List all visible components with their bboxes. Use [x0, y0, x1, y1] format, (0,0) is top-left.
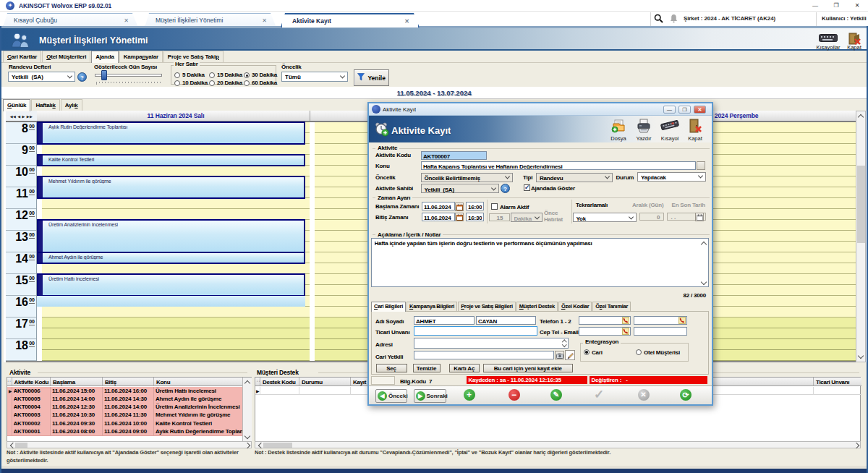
activity-row[interactable]: AKT0000111.06.2024 08:0011.06.2024 09:00… — [7, 427, 242, 436]
ajandada-goster-checkbox[interactable] — [524, 184, 530, 191]
dialog-minimize-button[interactable]: — — [663, 106, 676, 114]
tipi-select[interactable]: Randevu — [536, 173, 613, 182]
phone-icon[interactable] — [622, 328, 629, 335]
module-tab-otel-m-terileri[interactable]: Otel Müşterileri — [42, 51, 90, 62]
action-button-1[interactable]: Seç — [376, 364, 407, 373]
activity-col-2[interactable]: Başlama — [50, 378, 103, 385]
cari-yetkili-field[interactable] — [414, 351, 554, 359]
calendar-vscrollbar[interactable] — [856, 111, 866, 362]
document-tab-1[interactable]: Kısayol Çubuğu✕ — [3, 13, 138, 27]
calendar-event[interactable]: Mehmet Yıldırım ile görüşme — [37, 176, 305, 199]
dialog-tool-k-sayol[interactable]: Kısayol — [659, 119, 681, 142]
action-button-2[interactable]: Temizle — [413, 364, 441, 373]
dialog-tab-1[interactable]: Cari Bilgileri — [371, 302, 406, 312]
calendar-nav-cell[interactable]: ◀◀ ◀ ▶ ▶▶ — [6, 111, 37, 122]
alarm-unit-select[interactable]: Dakika — [511, 213, 542, 222]
tab-close-icon[interactable]: ✕ — [404, 14, 409, 28]
calendar-tab-1[interactable]: Günlük — [3, 99, 30, 111]
action-button-4[interactable]: Bu cari için yeni kayıt ekle — [483, 364, 573, 373]
bitis-date-field[interactable]: 11.06.2024 — [422, 213, 455, 221]
radio-15-dakika[interactable] — [209, 72, 215, 78]
dialog-tool-dosya[interactable]: Dosya — [608, 119, 629, 142]
adi-field[interactable]: AHMET — [414, 316, 475, 325]
alarm-aktif-checkbox[interactable] — [491, 203, 498, 210]
radio-60-dakika[interactable] — [244, 80, 250, 86]
radio-20-dakika[interactable] — [209, 80, 215, 86]
activity-col-1[interactable]: Aktivite Kodu — [12, 378, 51, 385]
calendar-nav-arrows[interactable]: ◀◀ ◀ ▶ ▶▶ — [10, 114, 33, 119]
selected-slot[interactable] — [37, 296, 305, 307]
soyadi-field[interactable]: CAYAN — [476, 316, 537, 325]
aktivite-kodu-field[interactable]: AKT00007 — [421, 151, 487, 160]
baslama-time-field[interactable]: 16:00 — [466, 202, 484, 210]
time-slot[interactable] — [42, 144, 310, 155]
dialog-close-button[interactable]: ✕ — [694, 106, 706, 114]
calendar-event[interactable]: Ahmet Aydın ile görüşme — [37, 252, 305, 264]
radio-5-dakika[interactable] — [174, 72, 180, 78]
dialog-tab-5[interactable]: Özel Kodlar — [558, 302, 592, 311]
dialog-help-button[interactable]: ? — [501, 184, 510, 193]
add-record-button[interactable]: + — [464, 389, 475, 401]
time-slot[interactable] — [42, 307, 310, 318]
module-tab-ajanda[interactable]: Ajanda — [91, 51, 118, 63]
scroll-down-button[interactable] — [856, 351, 865, 362]
support-col-1[interactable]: Destek Kodu — [260, 378, 299, 385]
photo-button[interactable] — [555, 351, 564, 360]
calendar-event[interactable]: Aylık Rutin Değerlendirme Toplantısı — [37, 122, 305, 145]
aciklama-textarea[interactable]: Hafta içinde yapılan tüm işlerin doğru t… — [371, 238, 709, 288]
calendar-event[interactable]: Üretim Analizlerinin İncelenmesi — [37, 219, 305, 253]
ticari-unvani-field[interactable] — [414, 326, 538, 336]
scroll-down-button[interactable] — [243, 432, 252, 440]
dialog-tab-2[interactable]: Kampanya Bilgileri — [407, 302, 457, 311]
dialog-tab-3[interactable]: Proje ve Satış Bilgileri — [458, 302, 516, 311]
calendar-picker-button[interactable] — [455, 213, 464, 221]
support-hscrollbar[interactable] — [255, 441, 861, 448]
oncelik-select[interactable]: Öncelik Belirtilmemiş — [421, 173, 513, 182]
activity-vscrollbar[interactable] — [242, 378, 252, 442]
calendar-tab-2[interactable]: Haftalık — [31, 99, 59, 111]
time-slot[interactable] — [42, 263, 310, 274]
action-button-3[interactable]: Kartı Aç — [449, 364, 480, 373]
telefon2-field[interactable] — [634, 316, 688, 325]
phone-icon[interactable] — [622, 317, 629, 324]
time-slot[interactable] — [42, 328, 310, 339]
scroll-thumb[interactable] — [263, 443, 292, 448]
delete-record-button[interactable]: − — [509, 389, 520, 401]
adres-spin-down[interactable] — [562, 343, 567, 347]
time-slot[interactable] — [42, 318, 310, 328]
dialog-maximize-button[interactable]: ❐ — [678, 106, 691, 114]
notification-bell-icon[interactable] — [670, 14, 678, 23]
scroll-up-button[interactable] — [856, 111, 865, 122]
cari-radio[interactable] — [584, 349, 590, 355]
durum-select[interactable]: Yapılacak — [637, 172, 706, 182]
calendar-event[interactable]: Üretim Hattı incelemesi — [37, 273, 305, 297]
aktivite-sahibi-select[interactable]: Yetkili (SA) — [421, 184, 500, 193]
telefon1-field[interactable] — [579, 316, 631, 325]
day-count-slider-thumb[interactable] — [101, 70, 107, 80]
tekrar-select[interactable]: Yok — [573, 213, 637, 222]
radio-30-dakika[interactable] — [244, 72, 250, 78]
dialog-tab-6[interactable]: Özel Tanımlar — [592, 302, 631, 311]
document-tab-2[interactable]: Müşteri İlişkileri Yönetimi✕ — [145, 13, 276, 27]
time-slot[interactable] — [42, 209, 310, 220]
dialog-titlebar[interactable]: Aktivite Kayıt — ❐ ✕ — [369, 103, 712, 116]
scroll-up-button[interactable] — [243, 378, 252, 386]
time-slot[interactable] — [42, 339, 310, 350]
konu-more-button[interactable] — [697, 161, 705, 170]
help-button[interactable]: ? — [77, 72, 87, 82]
phone-icon[interactable] — [678, 317, 686, 324]
module-tab-kampanyalar[interactable]: Kampanyalar — [119, 51, 163, 62]
sonraki-button[interactable]: ▶Sonraki — [414, 389, 446, 403]
time-slot[interactable] — [42, 166, 310, 176]
email-field[interactable] — [634, 327, 688, 336]
dialog-tab-4[interactable]: Müşteri Destek — [516, 302, 558, 311]
cancel-button[interactable]: ✕ — [638, 389, 650, 401]
dialog-tool-yazd-r[interactable]: Yazdır — [633, 119, 655, 142]
time-slot[interactable] — [42, 350, 310, 361]
otel-radio[interactable] — [636, 349, 642, 355]
scroll-thumb[interactable] — [15, 443, 27, 448]
window-close-button[interactable]: ✕ — [852, 3, 862, 9]
refresh-button[interactable]: Yenile — [354, 69, 389, 86]
window-minimize-button[interactable]: — — [810, 3, 820, 9]
document-tab-3[interactable]: Aktivite Kayıt✕ — [281, 13, 420, 27]
